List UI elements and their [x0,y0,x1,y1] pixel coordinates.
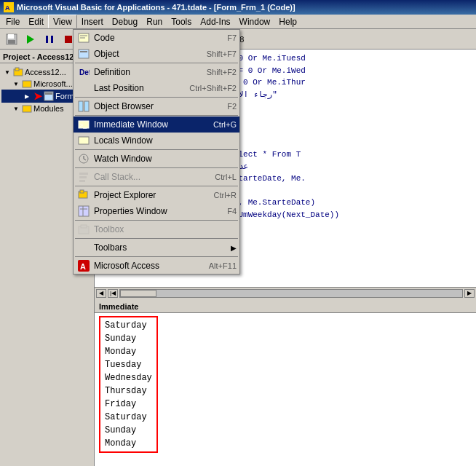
menu-edit[interactable]: Edit [24,15,48,28]
view-locals-window-label: Locals Window [94,135,231,146]
scroll-indent-btn[interactable]: |◀ [108,289,118,298]
view-sep-3 [75,115,238,116]
menu-help[interactable]: Help [274,15,301,28]
horizontal-scrollbar[interactable]: ◀ |◀ ▶ [95,287,476,299]
immediate-panel-title: Immediate [95,301,476,313]
view-menu-definition[interactable]: Def Definition Shift+F2 [74,64,239,80]
view-menu-object[interactable]: Object Shift+F7 [74,46,239,62]
svg-rect-19 [23,81,31,87]
immediate-line-2: Sunday [105,332,152,345]
scroll-track[interactable] [119,289,463,298]
toolbar-save-btn[interactable] [3,31,20,47]
toolbar-run-btn[interactable] [22,31,39,47]
svg-rect-42 [79,206,89,216]
view-menu-project-explorer[interactable]: Project Explorer Ctrl+R [74,187,239,203]
view-menu-locals-window[interactable]: Locals Window [74,133,239,149]
immediate-line-7: Friday [105,398,152,411]
tree-expander: ▼ [4,69,12,76]
immediate-line-9: Sunday [105,424,152,437]
view-sep-5 [75,167,238,168]
menu-file[interactable]: File [1,15,24,28]
svg-rect-21 [45,92,52,95]
menu-insert[interactable]: Insert [77,15,108,28]
view-dropdown-menu: Code F7 Object Shift+F7 Def Definition S… [73,29,240,275]
definition-icon: Def [76,66,91,78]
view-project-shortcut: Ctrl+R [214,191,237,200]
immediate-line-5: Wednesday [105,371,152,384]
sidebar-item-label-ms: Microsoft... [33,79,73,88]
svg-marker-5 [27,35,34,44]
view-menu-immediate-window[interactable]: >_ Immediate Window Ctrl+G [74,116,239,133]
scroll-right-btn[interactable]: ▶ [464,289,475,298]
view-immediate-shortcut: Ctrl+G [213,120,237,129]
call-stack-icon [76,171,91,183]
view-menu-watch-window[interactable]: Watch Window [74,151,239,167]
view-menu-toolbars[interactable]: Toolbars ▶ [74,240,239,256]
immediate-output-box: Saturday Sunday Monday Tuesday Wednesday… [99,316,158,453]
view-properties-shortcut: F4 [227,207,237,216]
immediate-panel: Immediate Saturday Sunday Monday Tuesday… [95,299,476,466]
menu-run[interactable]: Run [142,15,167,28]
title-bar: A Microsoft Visual Basic for Application… [0,0,476,15]
immediate-window-icon: >_ [76,119,91,130]
view-sep-4 [75,149,238,150]
immediate-line-8: Saturday [105,411,152,424]
svg-text:Def: Def [79,68,90,76]
menu-debug[interactable]: Debug [108,15,142,28]
access-icon: A [76,260,91,272]
menu-tools[interactable]: Tools [167,15,196,28]
sidebar-item-label-access: Access12... [25,68,66,76]
menu-window[interactable]: Window [235,15,275,28]
view-sep-6 [75,186,238,186]
form-icon [44,91,54,101]
watch-window-icon [76,153,91,165]
app-icon: A [4,2,14,12]
properties-window-icon [76,205,91,217]
object-browser-icon [76,100,91,112]
menu-view[interactable]: View [48,15,77,28]
tree-expander-mod: ▼ [13,106,20,112]
view-toolbox-label: Toolbox [94,224,231,234]
view-object-browser-label: Object Browser [94,101,221,111]
immediate-line-10: Monday [105,437,152,450]
svg-rect-4 [8,40,15,44]
view-toolbars-label: Toolbars [94,242,231,253]
sidebar-item-label-modules: Modules [33,104,64,113]
view-menu-last-position[interactable]: Last Position Ctrl+Shift+F2 [74,80,239,96]
svg-text:>_: >_ [79,122,87,129]
svg-rect-41 [80,190,84,193]
view-menu-object-browser[interactable]: Object Browser F2 [74,98,239,114]
view-sep-9 [75,256,238,257]
svg-rect-30 [84,101,89,111]
view-menu-code[interactable]: Code F7 [74,30,239,46]
view-properties-window-label: Properties Window [94,206,221,216]
view-menu-properties-window[interactable]: Properties Window F4 [74,203,239,219]
view-sep-2 [75,97,238,98]
module-folder-icon [22,79,32,89]
svg-rect-33 [79,137,89,144]
view-project-explorer-label: Project Explorer [94,190,208,200]
scroll-thumb[interactable] [120,290,156,297]
view-code-label: Code [94,33,221,43]
view-object-browser-shortcut: F2 [227,102,237,111]
scroll-left-btn[interactable]: ◀ [96,289,106,298]
svg-rect-27 [80,51,87,52]
view-menu-call-stack[interactable]: Call Stack... Ctrl+L [74,169,239,185]
svg-rect-7 [51,36,53,43]
immediate-line-4: Tuesday [105,358,152,371]
svg-text:A: A [5,4,10,12]
toolbar-pause-btn[interactable] [41,31,58,47]
svg-text:A: A [80,262,86,271]
menu-bar: File Edit View Insert Debug Run Tools Ad… [0,15,476,29]
svg-rect-29 [79,101,83,111]
menu-addins[interactable]: Add-Ins [196,15,234,28]
view-definition-label: Definition [94,67,201,77]
immediate-content[interactable]: Saturday Sunday Monday Tuesday Wednesday… [95,313,476,456]
view-menu-toolbox[interactable]: Toolbox [74,221,239,237]
view-menu-microsoft-access[interactable]: A Microsoft Access Alt+F11 [74,258,239,274]
project-explorer-icon [76,189,91,201]
svg-rect-39 [79,180,85,182]
modules-folder-icon [22,103,32,114]
view-definition-shortcut: Shift+F2 [207,68,237,76]
view-watch-window-label: Watch Window [94,154,231,164]
